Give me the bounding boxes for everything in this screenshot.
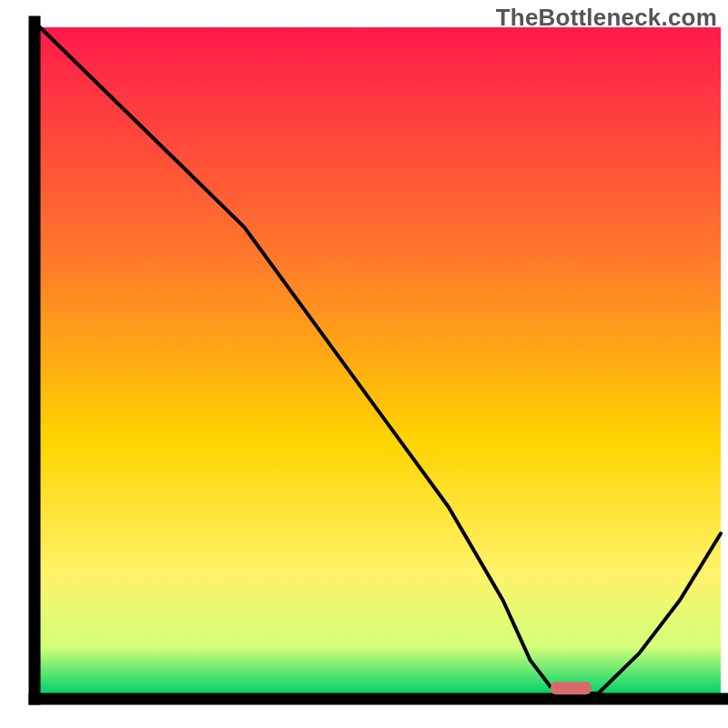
chart-container: TheBottleneck.com: [0, 0, 728, 728]
optimal-range-marker: [551, 682, 592, 694]
watermark-text: TheBottleneck.com: [496, 4, 717, 32]
bottleneck-chart: [0, 0, 728, 728]
